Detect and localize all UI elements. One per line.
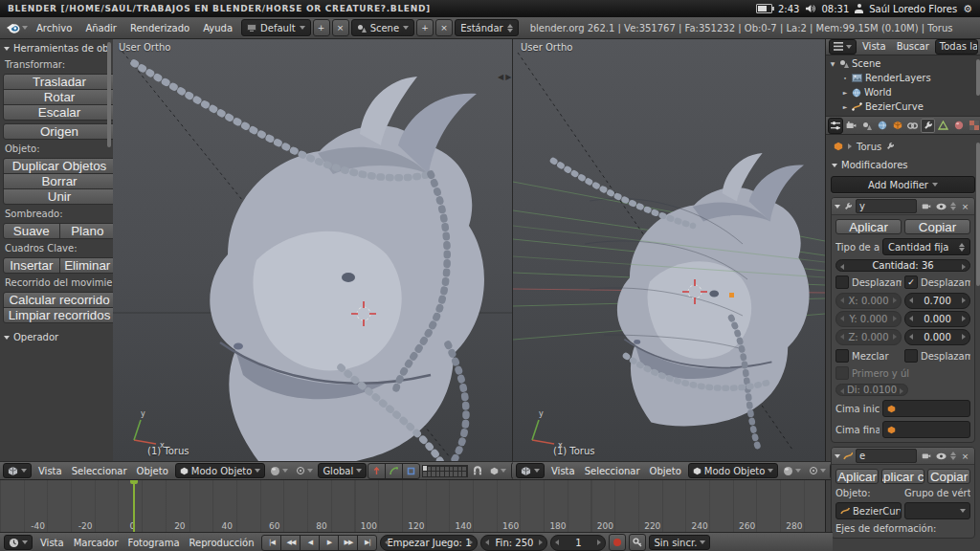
modifier-collapse-icon[interactable]	[835, 454, 840, 458]
apply-button[interactable]: Aplicar	[835, 469, 879, 484]
end-frame-field[interactable]: Fin: 250	[480, 535, 547, 551]
transport-button[interactable]: ◀◀	[280, 535, 301, 551]
properties-scrollbar[interactable]	[976, 143, 980, 286]
editor-type-button[interactable]	[4, 535, 33, 550]
orientation-select[interactable]: Global	[318, 463, 367, 478]
outliner-item-renderlayers[interactable]: • RenderLayers	[826, 71, 980, 85]
os-titlebar[interactable]: blender [/home/saúl/Trabajos en blender/…	[0, 0, 980, 17]
end-cap-field[interactable]	[882, 421, 970, 438]
tab-scene-icon[interactable]	[859, 119, 874, 133]
expand-icon[interactable]: ►	[841, 103, 849, 110]
blender-logo-icon[interactable]	[6, 22, 20, 34]
current-frame-playhead[interactable]	[133, 478, 135, 532]
pivot-select[interactable]	[806, 464, 829, 478]
chevron-down-icon[interactable]	[22, 26, 28, 30]
shading-select[interactable]	[780, 464, 804, 478]
scene-select[interactable]: Scene	[351, 19, 415, 36]
menu-item[interactable]: Renderizado	[123, 20, 196, 36]
snap-magnet-button[interactable]	[470, 464, 485, 478]
tool-button[interactable]: Eliminar	[59, 257, 117, 274]
username[interactable]: Saúl Loredo Flores	[869, 4, 957, 14]
tab-texture-icon[interactable]	[967, 119, 980, 133]
menu-item[interactable]: Archivo	[30, 20, 78, 36]
modifier-move-arrows[interactable]	[950, 202, 956, 210]
remove-scene-button[interactable]: ×	[435, 19, 453, 36]
region-collapse-arrows[interactable]: ◀ ▶	[498, 73, 511, 81]
shading-select[interactable]	[267, 464, 291, 478]
menu-item[interactable]: Vista	[858, 39, 891, 54]
tab-object-icon[interactable]	[890, 119, 904, 133]
render-toggle-icon[interactable]	[920, 200, 932, 212]
collapse-left-icon[interactable]: ◀	[498, 73, 503, 81]
keying-set-button[interactable]	[629, 534, 646, 551]
origin-button[interactable]: Origen	[3, 123, 116, 140]
remove-layout-button[interactable]: ×	[332, 19, 349, 36]
outliner-item-beziercurve[interactable]: ► BezierCurve	[826, 99, 980, 114]
add-layout-button[interactable]: +	[313, 19, 330, 36]
transport-button[interactable]: ▶▶	[338, 535, 358, 551]
clock[interactable]: 08:31	[821, 4, 849, 14]
battery-icon[interactable]	[756, 4, 772, 13]
tool-button[interactable]: Plano	[59, 223, 117, 239]
tool-button[interactable]: Duplicar Objetos	[3, 158, 116, 174]
curve-origin-point[interactable]	[729, 293, 734, 298]
expand-icon[interactable]: ▼	[829, 60, 836, 67]
tool-button[interactable]: Trasladar	[3, 74, 116, 90]
start-frame-field[interactable]: Empezar Juego: 1	[380, 535, 478, 551]
toolshelf-scrollbar[interactable]	[107, 42, 111, 147]
eye-toggle-icon[interactable]	[935, 450, 947, 462]
tab-render-icon[interactable]	[844, 119, 858, 133]
menu-item[interactable]: Vista	[546, 464, 580, 478]
autokey-record-button[interactable]	[609, 534, 626, 551]
modifier-curve-header[interactable]: e ×	[832, 448, 974, 465]
modifier-array-header[interactable]: y ×	[832, 198, 974, 215]
volume-icon[interactable]	[805, 4, 815, 13]
tool-button[interactable]: Insertar	[3, 257, 60, 274]
render-engine-select[interactable]: Estándar	[455, 19, 519, 36]
menu-item[interactable]: Marcador	[69, 536, 123, 550]
const-y-field[interactable]: Y: 0.000	[835, 311, 902, 327]
vertex-group-field[interactable]	[904, 502, 970, 519]
outliner-scrollbar[interactable]	[976, 59, 980, 96]
fit-type-select[interactable]: Cantidad fija	[882, 238, 970, 255]
add-scene-button[interactable]: +	[416, 19, 434, 36]
modifier-close-icon[interactable]: ×	[959, 200, 971, 212]
tool-button[interactable]: Escalar	[3, 104, 116, 121]
apply-as-shape-button[interactable]: Aplicar co	[881, 469, 924, 484]
scale-manipulator-button[interactable]	[402, 463, 420, 479]
transport-button[interactable]: |◀	[261, 535, 281, 551]
panel-header-modifiers[interactable]: Modificadores	[831, 158, 975, 172]
first-last-checkbox[interactable]	[835, 366, 849, 380]
modifier-name-field[interactable]: e	[856, 449, 917, 463]
editor-type-button[interactable]	[3, 463, 32, 478]
relative-offset-checkbox[interactable]: ✓	[904, 276, 918, 289]
session-gear-icon[interactable]: ⚙	[963, 4, 972, 14]
snap-element-select[interactable]	[487, 464, 509, 478]
menu-item[interactable]: Fotograma	[123, 536, 185, 550]
tool-button[interactable]: Suave	[3, 223, 60, 239]
menu-item[interactable]: Buscar	[892, 39, 934, 54]
tool-button[interactable]: Unir	[3, 188, 116, 205]
rel-x-field[interactable]: 0.700	[904, 293, 970, 309]
menu-item[interactable]: Añadir	[78, 20, 123, 36]
tab-material-icon[interactable]	[951, 119, 966, 133]
tool-button[interactable]: Calcular recorrido	[3, 292, 116, 308]
tool-button[interactable]: Rotar	[3, 89, 116, 105]
current-frame-field[interactable]: 1	[550, 535, 606, 551]
tab-constraints-icon[interactable]	[905, 119, 920, 133]
panel-header-object-tools[interactable]: Herramientas de obj	[3, 41, 116, 55]
constant-offset-checkbox[interactable]	[835, 276, 849, 289]
tool-button[interactable]: Borrar	[3, 173, 116, 189]
outliner-item-scene[interactable]: ▼ Scene	[826, 56, 980, 71]
modifier-name-field[interactable]: y	[856, 199, 917, 213]
translate-manipulator-button[interactable]	[368, 463, 386, 479]
viewport-right[interactable]: x y User Ortho (1) Torus	[513, 38, 825, 461]
menu-item[interactable]: Ayuda	[196, 20, 239, 36]
const-x-field[interactable]: X: 0.000	[835, 293, 902, 309]
pivot-select[interactable]	[293, 464, 316, 478]
curve-object-field[interactable]: BezierCurve ×	[835, 502, 902, 519]
start-cap-field[interactable]	[882, 400, 970, 417]
tab-data-icon[interactable]	[936, 119, 950, 133]
editor-type-button[interactable]	[829, 39, 857, 55]
transport-button[interactable]: ▶	[319, 535, 339, 551]
